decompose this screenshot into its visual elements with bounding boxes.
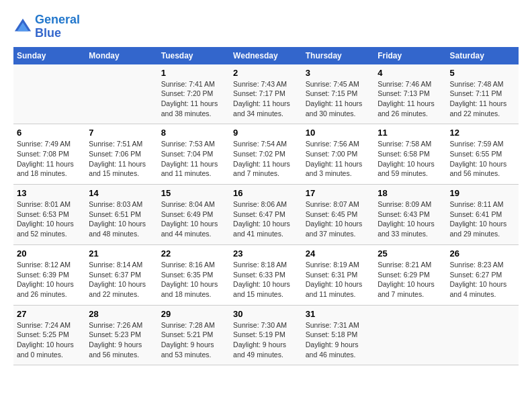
- day-number: 29: [161, 309, 226, 319]
- calendar-cell: 3Sunrise: 7:45 AMSunset: 7:15 PMDaylight…: [302, 64, 374, 124]
- calendar-cell: 17Sunrise: 8:07 AMSunset: 6:45 PMDayligh…: [302, 185, 374, 245]
- calendar-cell: [13, 64, 85, 124]
- day-info: Sunrise: 7:49 AMSunset: 7:08 PMDaylight:…: [17, 139, 82, 179]
- day-info: Sunrise: 7:28 AMSunset: 5:21 PMDaylight:…: [161, 320, 226, 360]
- day-info: Sunrise: 7:59 AMSunset: 6:55 PMDaylight:…: [450, 139, 516, 179]
- calendar-cell: 18Sunrise: 8:09 AMSunset: 6:43 PMDayligh…: [374, 185, 446, 245]
- day-info: Sunrise: 8:21 AMSunset: 6:29 PMDaylight:…: [378, 260, 443, 300]
- calendar-cell: 24Sunrise: 8:19 AMSunset: 6:31 PMDayligh…: [302, 244, 374, 305]
- day-number: 18: [378, 188, 443, 198]
- day-number: 4: [378, 68, 443, 78]
- day-number: 21: [89, 248, 154, 259]
- day-info: Sunrise: 8:18 AMSunset: 6:33 PMDaylight:…: [233, 260, 299, 300]
- day-number: 24: [306, 248, 371, 259]
- day-number: 28: [89, 309, 154, 319]
- day-number: 27: [17, 309, 82, 319]
- calendar-cell: 16Sunrise: 8:06 AMSunset: 6:47 PMDayligh…: [230, 185, 302, 245]
- day-info: Sunrise: 7:46 AMSunset: 7:13 PMDaylight:…: [378, 79, 443, 119]
- day-number: 11: [378, 128, 443, 138]
- calendar-cell: 7Sunrise: 7:51 AMSunset: 7:06 PMDaylight…: [85, 124, 157, 185]
- col-header-wednesday: Wednesday: [230, 47, 302, 64]
- calendar-cell: 27Sunrise: 7:24 AMSunset: 5:25 PMDayligh…: [13, 305, 85, 365]
- calendar-cell: 9Sunrise: 7:54 AMSunset: 7:02 PMDaylight…: [230, 124, 302, 185]
- day-number: 26: [450, 248, 516, 259]
- day-info: Sunrise: 8:11 AMSunset: 6:41 PMDaylight:…: [450, 199, 516, 239]
- calendar-cell: 13Sunrise: 8:01 AMSunset: 6:53 PMDayligh…: [13, 185, 85, 245]
- logo-text: General Blue: [35, 13, 80, 40]
- day-number: 8: [161, 128, 226, 138]
- day-info: Sunrise: 8:03 AMSunset: 6:51 PMDaylight:…: [89, 199, 154, 239]
- day-info: Sunrise: 7:56 AMSunset: 7:00 PMDaylight:…: [306, 139, 371, 179]
- day-number: 31: [306, 309, 371, 319]
- calendar-cell: 8Sunrise: 7:53 AMSunset: 7:04 PMDaylight…: [158, 124, 230, 185]
- calendar-cell: 31Sunrise: 7:31 AMSunset: 5:18 PMDayligh…: [302, 305, 374, 365]
- day-info: Sunrise: 8:14 AMSunset: 6:37 PMDaylight:…: [89, 260, 154, 300]
- day-number: 30: [233, 309, 299, 319]
- day-number: 10: [306, 128, 371, 138]
- day-info: Sunrise: 8:12 AMSunset: 6:39 PMDaylight:…: [17, 260, 82, 300]
- day-info: Sunrise: 7:51 AMSunset: 7:06 PMDaylight:…: [89, 139, 154, 179]
- day-number: 12: [450, 128, 516, 138]
- calendar-cell: 19Sunrise: 8:11 AMSunset: 6:41 PMDayligh…: [447, 185, 519, 245]
- day-info: Sunrise: 7:31 AMSunset: 5:18 PMDaylight:…: [306, 320, 371, 360]
- calendar-cell: 14Sunrise: 8:03 AMSunset: 6:51 PMDayligh…: [85, 185, 157, 245]
- day-number: 13: [17, 188, 82, 198]
- logo: General Blue: [13, 13, 80, 40]
- day-info: Sunrise: 8:16 AMSunset: 6:35 PMDaylight:…: [161, 260, 226, 300]
- calendar-cell: 30Sunrise: 7:30 AMSunset: 5:19 PMDayligh…: [230, 305, 302, 365]
- day-info: Sunrise: 7:41 AMSunset: 7:20 PMDaylight:…: [161, 79, 226, 119]
- calendar-week-1: 1Sunrise: 7:41 AMSunset: 7:20 PMDaylight…: [13, 64, 519, 124]
- calendar-cell: 21Sunrise: 8:14 AMSunset: 6:37 PMDayligh…: [85, 244, 157, 305]
- day-info: Sunrise: 8:01 AMSunset: 6:53 PMDaylight:…: [17, 199, 82, 239]
- calendar-table: SundayMondayTuesdayWednesdayThursdayFrid…: [13, 47, 519, 366]
- calendar-cell: 20Sunrise: 8:12 AMSunset: 6:39 PMDayligh…: [13, 244, 85, 305]
- day-number: 9: [233, 128, 299, 138]
- day-number: 23: [233, 248, 299, 259]
- day-info: Sunrise: 8:06 AMSunset: 6:47 PMDaylight:…: [233, 199, 299, 239]
- calendar-cell: 29Sunrise: 7:28 AMSunset: 5:21 PMDayligh…: [158, 305, 230, 365]
- calendar-week-4: 20Sunrise: 8:12 AMSunset: 6:39 PMDayligh…: [13, 244, 519, 305]
- calendar-cell: 23Sunrise: 8:18 AMSunset: 6:33 PMDayligh…: [230, 244, 302, 305]
- calendar-cell: [85, 64, 157, 124]
- calendar-week-5: 27Sunrise: 7:24 AMSunset: 5:25 PMDayligh…: [13, 305, 519, 365]
- day-info: Sunrise: 7:53 AMSunset: 7:04 PMDaylight:…: [161, 139, 226, 179]
- calendar-cell: 11Sunrise: 7:58 AMSunset: 6:58 PMDayligh…: [374, 124, 446, 185]
- day-info: Sunrise: 8:19 AMSunset: 6:31 PMDaylight:…: [306, 260, 371, 300]
- day-number: 16: [233, 188, 299, 198]
- day-info: Sunrise: 8:23 AMSunset: 6:27 PMDaylight:…: [450, 260, 516, 300]
- col-header-tuesday: Tuesday: [158, 47, 230, 64]
- calendar-header-row: SundayMondayTuesdayWednesdayThursdayFrid…: [13, 47, 519, 64]
- day-info: Sunrise: 8:07 AMSunset: 6:45 PMDaylight:…: [306, 199, 371, 239]
- day-number: 20: [17, 248, 82, 259]
- day-info: Sunrise: 7:45 AMSunset: 7:15 PMDaylight:…: [306, 79, 371, 119]
- calendar-week-3: 13Sunrise: 8:01 AMSunset: 6:53 PMDayligh…: [13, 185, 519, 245]
- calendar-cell: 4Sunrise: 7:46 AMSunset: 7:13 PMDaylight…: [374, 64, 446, 124]
- day-info: Sunrise: 8:09 AMSunset: 6:43 PMDaylight:…: [378, 199, 443, 239]
- calendar-cell: 15Sunrise: 8:04 AMSunset: 6:49 PMDayligh…: [158, 185, 230, 245]
- page-header: General Blue: [13, 13, 519, 40]
- day-info: Sunrise: 7:30 AMSunset: 5:19 PMDaylight:…: [233, 320, 299, 360]
- day-number: 19: [450, 188, 516, 198]
- day-info: Sunrise: 7:48 AMSunset: 7:11 PMDaylight:…: [450, 79, 516, 119]
- calendar-cell: 26Sunrise: 8:23 AMSunset: 6:27 PMDayligh…: [447, 244, 519, 305]
- day-number: 7: [89, 128, 154, 138]
- logo-icon: [13, 17, 32, 36]
- day-number: 3: [306, 68, 371, 78]
- calendar-cell: 28Sunrise: 7:26 AMSunset: 5:23 PMDayligh…: [85, 305, 157, 365]
- calendar-cell: [374, 305, 446, 365]
- day-number: 15: [161, 188, 226, 198]
- day-info: Sunrise: 7:58 AMSunset: 6:58 PMDaylight:…: [378, 139, 443, 179]
- calendar-cell: 10Sunrise: 7:56 AMSunset: 7:00 PMDayligh…: [302, 124, 374, 185]
- calendar-cell: 6Sunrise: 7:49 AMSunset: 7:08 PMDaylight…: [13, 124, 85, 185]
- day-number: 5: [450, 68, 516, 78]
- col-header-sunday: Sunday: [13, 47, 85, 64]
- calendar-cell: 22Sunrise: 8:16 AMSunset: 6:35 PMDayligh…: [158, 244, 230, 305]
- day-number: 2: [233, 68, 299, 78]
- col-header-thursday: Thursday: [302, 47, 374, 64]
- day-info: Sunrise: 7:26 AMSunset: 5:23 PMDaylight:…: [89, 320, 154, 360]
- calendar-cell: 12Sunrise: 7:59 AMSunset: 6:55 PMDayligh…: [447, 124, 519, 185]
- col-header-monday: Monday: [85, 47, 157, 64]
- day-number: 6: [17, 128, 82, 138]
- calendar-cell: 25Sunrise: 8:21 AMSunset: 6:29 PMDayligh…: [374, 244, 446, 305]
- day-number: 17: [306, 188, 371, 198]
